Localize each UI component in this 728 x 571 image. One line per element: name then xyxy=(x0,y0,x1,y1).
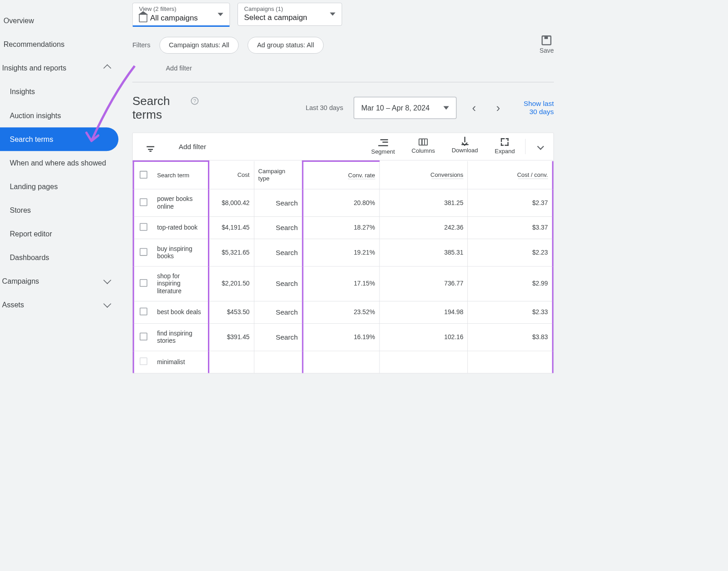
cell-conv-rate: 17.15% xyxy=(303,266,379,301)
nav-item-search-terms[interactable]: Search terms xyxy=(0,127,118,151)
row-checkbox[interactable] xyxy=(140,279,147,287)
cell-cost: $391.45 xyxy=(209,324,254,351)
row-checkbox[interactable] xyxy=(140,308,147,316)
nav-item-insights[interactable]: Insights xyxy=(0,80,118,104)
nav-label: Campaigns xyxy=(2,277,39,285)
cell-cost-conv: $2.33 xyxy=(468,301,553,324)
campaign-selector[interactable]: Campaigns (1) Select a campaign xyxy=(238,3,342,26)
segment-button[interactable]: Segment xyxy=(363,133,403,160)
filter-pill-ad-group-status[interactable]: Ad group status: All xyxy=(248,37,324,54)
page-title: Search terms xyxy=(132,94,188,121)
table-row: find inspiring stories$391.45Search16.19… xyxy=(133,324,553,351)
col-conversions[interactable]: Conversions xyxy=(379,161,468,189)
chevron-down-icon xyxy=(330,12,335,15)
help-icon[interactable]: ? xyxy=(191,97,198,105)
cell-conversions: 385.31 xyxy=(379,239,468,266)
nav-item-auction-insights[interactable]: Auction insights xyxy=(0,104,118,127)
cell-cost: $5,321.65 xyxy=(209,239,254,266)
cell-cost: $4,191.45 xyxy=(209,217,254,239)
cell-campaign-type: Search xyxy=(254,217,303,239)
cell-conversions: 381.25 xyxy=(379,189,468,216)
row-select-cell xyxy=(133,324,153,351)
search-terms-table: Search term Cost Campaign type Conv. rat… xyxy=(133,160,554,373)
segment-icon xyxy=(378,138,388,146)
table-row: shop for inspiring literature$2,201.50Se… xyxy=(133,266,553,301)
nav-item-when-and-where-ads-showed[interactable]: When and where ads showed xyxy=(0,151,118,175)
row-select-cell xyxy=(133,266,153,301)
cell-conv-rate: 18.27% xyxy=(303,217,379,239)
nav-expand-campaigns[interactable]: Campaigns xyxy=(0,269,118,293)
columns-button[interactable]: Columns xyxy=(403,134,443,160)
col-search-term[interactable]: Search term xyxy=(153,161,208,189)
cell-conversions: 736.77 xyxy=(379,266,468,301)
nav-item-landing-pages[interactable]: Landing pages xyxy=(0,175,118,198)
expand-button[interactable]: Expand xyxy=(486,133,523,160)
add-filter-link[interactable]: Add filter xyxy=(132,61,554,82)
show-last-30-days-link[interactable]: Show last 30 days xyxy=(516,100,554,116)
col-cost[interactable]: Cost xyxy=(209,161,254,189)
cell-cost-conv: $3.83 xyxy=(468,324,553,351)
cell-conversions: 194.98 xyxy=(379,301,468,324)
filter-pill-campaign-status[interactable]: Campaign status: All xyxy=(159,37,238,54)
nav-item-overview[interactable]: Overview xyxy=(0,9,118,33)
save-button[interactable]: Save xyxy=(540,35,554,55)
cell-conv-rate: 19.21% xyxy=(303,239,379,266)
nav-item-report-editor[interactable]: Report editor xyxy=(0,222,118,245)
nav-item-stores[interactable]: Stores xyxy=(0,198,118,222)
cell-cost: $8,000.42 xyxy=(209,189,254,216)
prev-period-button[interactable]: ‹ xyxy=(467,101,481,115)
next-period-button[interactable]: › xyxy=(491,101,505,115)
cell-campaign-type: Search xyxy=(254,239,303,266)
table-row: power books online$8,000.42Search20.80%3… xyxy=(133,189,553,216)
view-selector-value: All campaigns xyxy=(150,14,198,23)
cell-cost-conv: $2.23 xyxy=(468,239,553,266)
row-checkbox[interactable] xyxy=(140,198,147,206)
row-select-cell xyxy=(133,351,153,373)
row-select-cell xyxy=(133,301,153,324)
chevron-down-icon xyxy=(103,300,111,308)
nav-item-dashboards[interactable]: Dashboards xyxy=(0,245,118,269)
row-checkbox[interactable] xyxy=(140,223,147,231)
col-cost-conv[interactable]: Cost / conv. xyxy=(468,161,553,189)
row-checkbox[interactable] xyxy=(140,248,147,255)
chevron-down-icon xyxy=(537,143,544,150)
cell-search-term: shop for inspiring literature xyxy=(153,266,208,301)
cell-conversions: 242.36 xyxy=(379,217,468,239)
campaign-selector-value: Select a campaign xyxy=(244,13,308,22)
cell-cost-conv: $3.37 xyxy=(468,217,553,239)
row-checkbox[interactable] xyxy=(140,357,147,365)
cell-search-term: minimalist xyxy=(153,351,208,373)
nav-item-recommendations[interactable]: Recommendations xyxy=(0,33,118,56)
view-selector[interactable]: View (2 filters) All campaigns xyxy=(132,3,230,26)
col-conv-rate[interactable]: Conv. rate xyxy=(303,161,379,189)
chevron-down-icon xyxy=(217,13,223,16)
table-row: best book deals$453.50Search23.52%194.98… xyxy=(133,301,553,324)
house-icon xyxy=(139,14,147,22)
row-checkbox[interactable] xyxy=(140,332,147,340)
cell-campaign-type: Search xyxy=(254,301,303,324)
data-card: Add filter Segment Columns Download Expa… xyxy=(132,133,554,374)
cell-search-term: top-rated book xyxy=(153,217,208,239)
table-row: buy inspiring books$5,321.65Search19.21%… xyxy=(133,239,553,266)
columns-icon xyxy=(419,139,428,145)
download-button[interactable]: Download xyxy=(443,134,486,159)
filter-icon-button[interactable] xyxy=(133,135,168,158)
campaign-selector-small: Campaigns (1) xyxy=(244,6,308,13)
add-filter-button[interactable]: Add filter xyxy=(168,134,363,160)
more-options-button[interactable] xyxy=(528,135,554,158)
table-row: top-rated book$4,191.45Search18.27%242.3… xyxy=(133,217,553,239)
cell-cost-conv: $2.99 xyxy=(468,266,553,301)
chevron-up-icon xyxy=(103,64,111,72)
sidebar: OverviewRecommendationsInsights and repo… xyxy=(0,0,118,437)
row-select-cell xyxy=(133,239,153,266)
nav-expand-insights-and-reports[interactable]: Insights and reports xyxy=(0,56,118,80)
nav-label: Assets xyxy=(2,301,24,309)
select-all-checkbox[interactable] xyxy=(140,170,147,178)
expand-icon xyxy=(501,138,509,146)
nav-expand-assets[interactable]: Assets xyxy=(0,293,118,317)
col-campaign-type[interactable]: Campaign type xyxy=(254,161,303,189)
row-select-cell xyxy=(133,217,153,239)
save-icon xyxy=(542,35,551,45)
date-range-selector[interactable]: Mar 10 – Apr 8, 2024 xyxy=(354,97,457,119)
cell-cost-conv: $2.37 xyxy=(468,189,553,216)
